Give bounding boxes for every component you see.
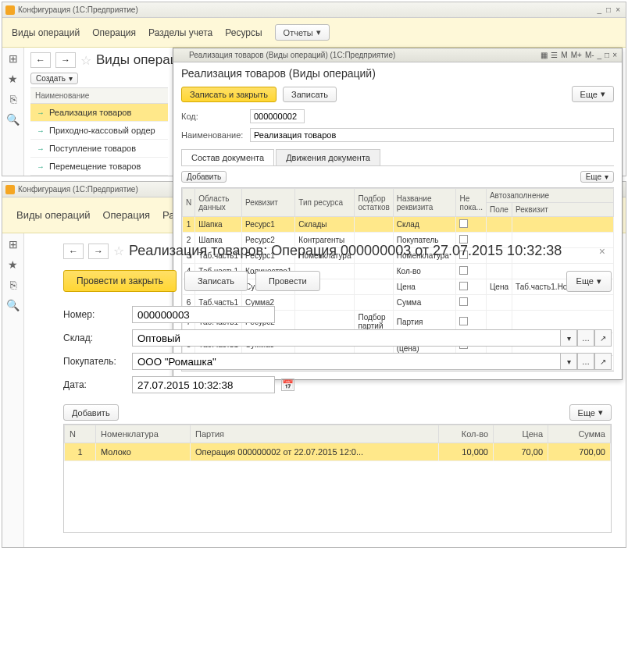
tab-composition[interactable]: Состав документа	[181, 149, 274, 165]
list-item[interactable]: →Поступление товаров	[30, 140, 168, 158]
menu-operation[interactable]: Операция	[92, 27, 136, 38]
maximize-icon[interactable]: □	[604, 5, 613, 14]
list-item[interactable]: →Перемещение товаров	[30, 158, 168, 176]
sidebar-1: ⊞ ★ ⎘ 🔍	[2, 48, 24, 176]
more-button[interactable]: Еще ▾	[572, 86, 614, 102]
close-tab-icon[interactable]: ×	[599, 245, 605, 258]
store-label: Склад:	[63, 332, 126, 343]
list-item[interactable]: →Приходно-кассовый ордер	[30, 122, 168, 140]
forward-button[interactable]: →	[55, 52, 76, 68]
more-button[interactable]: Еще ▾	[580, 171, 614, 183]
copy-icon[interactable]: ⎘	[10, 279, 16, 291]
calc-mminus[interactable]: M-	[585, 51, 594, 59]
arrow-icon: →	[37, 162, 45, 171]
window-2-operation: Конфигурация (1С:Предприятие) ⎘ ☆ ▦ ☰ M …	[2, 181, 626, 548]
menubar-1: Виды операций Операция Разделы учета Рес…	[2, 18, 626, 48]
app-icon	[178, 52, 186, 59]
back-button[interactable]: ←	[30, 52, 51, 68]
col-item[interactable]: Номенклатура	[96, 425, 191, 443]
col-price[interactable]: Цена	[494, 425, 548, 443]
more-button[interactable]: Еще ▾	[569, 404, 612, 421]
search-icon[interactable]: 🔍	[6, 113, 20, 126]
checkbox[interactable]	[459, 219, 468, 228]
tab-movements[interactable]: Движения документа	[276, 149, 380, 165]
buyer-label: Покупатель:	[63, 356, 126, 367]
menu-operation[interactable]: Операция	[102, 209, 150, 221]
minimize-icon[interactable]: _	[595, 5, 605, 14]
create-button[interactable]: Создать ▾	[30, 73, 78, 84]
arrow-icon: →	[37, 126, 45, 135]
add-row-button[interactable]: Добавить	[63, 404, 119, 421]
favorite-icon[interactable]: ☆	[80, 53, 91, 68]
col-req[interactable]: Реквизит	[242, 189, 295, 217]
tool-icon[interactable]: ▦	[541, 51, 548, 59]
col-qty[interactable]: Кол-во	[439, 425, 494, 443]
list-item[interactable]: →Реализация товаров	[30, 104, 168, 122]
col-rtype[interactable]: Тип ресурса	[295, 189, 355, 217]
buyer-input[interactable]	[132, 353, 560, 370]
window-title: Конфигурация (1С:Предприятие)	[18, 185, 138, 194]
menu-sections[interactable]: Разделы учета	[148, 27, 212, 38]
calendar-icon[interactable]: 📅	[281, 379, 294, 391]
date-input[interactable]	[132, 376, 275, 393]
table-row[interactable]: 1ШапкаРесурс1СкладыСклад	[183, 217, 614, 233]
grid-icon[interactable]: ⊞	[9, 238, 18, 251]
search-icon[interactable]: 🔍	[6, 299, 20, 311]
number-input[interactable]	[132, 306, 275, 323]
col-areq[interactable]: Реквизит	[512, 203, 614, 217]
close-icon[interactable]: ×	[613, 5, 623, 14]
list-header: Наименование	[30, 88, 168, 104]
col-noshow[interactable]: Не пока...	[456, 189, 486, 217]
copy-icon[interactable]: ⎘	[10, 93, 16, 105]
col-n[interactable]: N	[65, 425, 96, 443]
open-icon[interactable]: ↗	[594, 353, 612, 370]
post-button[interactable]: Провести	[255, 271, 320, 291]
chevron-down-icon: ▾	[316, 27, 321, 37]
add-row-button[interactable]: Добавить	[181, 171, 227, 183]
dropdown-icon[interactable]: ▾	[560, 329, 577, 347]
items-grid[interactable]: N Номенклатура Партия Кол-во Цена Сумма …	[63, 424, 612, 533]
menu-types[interactable]: Виды операций	[12, 27, 80, 38]
calc-m[interactable]: M	[561, 51, 567, 59]
window-title: Конфигурация (1С:Предприятие)	[18, 5, 138, 14]
name-label: Наименование:	[181, 130, 244, 140]
col-pick[interactable]: Подбор остатков	[355, 189, 393, 217]
maximize-icon[interactable]: □	[605, 51, 609, 59]
reports-button[interactable]: Отчеты ▾	[275, 24, 330, 41]
save-button[interactable]: Записать	[283, 87, 337, 102]
close-icon[interactable]: ×	[612, 51, 617, 59]
more-button[interactable]: Еще ▾	[566, 271, 612, 292]
calc-mplus[interactable]: M+	[571, 51, 582, 59]
back-button[interactable]: ←	[63, 244, 84, 259]
col-rname[interactable]: Название реквизита	[393, 189, 456, 217]
col-area[interactable]: Область данных	[195, 189, 242, 217]
minimize-icon[interactable]: _	[598, 51, 602, 59]
col-batch[interactable]: Партия	[191, 425, 439, 443]
favorite-icon[interactable]: ☆	[113, 244, 124, 258]
col-autofill[interactable]: Автозаполнение	[486, 189, 613, 203]
col-afield[interactable]: Поле	[486, 203, 512, 217]
menu-resources[interactable]: Ресурсы	[225, 27, 262, 38]
code-input[interactable]	[250, 109, 305, 123]
dialog-titlebar: Реализация товаров (Виды операций) (1С:П…	[173, 48, 622, 62]
arrow-icon: →	[37, 108, 45, 117]
forward-button[interactable]: →	[88, 244, 109, 259]
ellipsis-icon[interactable]: …	[577, 353, 594, 370]
col-n[interactable]: N	[183, 189, 195, 217]
save-button[interactable]: Записать	[184, 271, 248, 291]
open-icon[interactable]: ↗	[594, 329, 612, 347]
col-sum[interactable]: Сумма	[548, 425, 611, 443]
grid-icon[interactable]: ⊞	[9, 52, 18, 65]
table-row[interactable]: 1МолокоОперация 000000002 от 22.07.2015 …	[65, 443, 611, 461]
star-icon[interactable]: ★	[8, 258, 18, 271]
number-label: Номер:	[63, 309, 126, 320]
dropdown-icon[interactable]: ▾	[560, 353, 577, 370]
ellipsis-icon[interactable]: …	[577, 329, 594, 347]
menu-types[interactable]: Виды операций	[16, 209, 90, 221]
tool-icon[interactable]: ☰	[551, 51, 558, 59]
post-close-button[interactable]: Провести и закрыть	[63, 270, 177, 292]
name-input[interactable]	[250, 128, 614, 142]
star-icon[interactable]: ★	[8, 73, 18, 85]
store-input[interactable]	[132, 329, 560, 347]
save-close-button[interactable]: Записать и закрыть	[181, 87, 277, 102]
